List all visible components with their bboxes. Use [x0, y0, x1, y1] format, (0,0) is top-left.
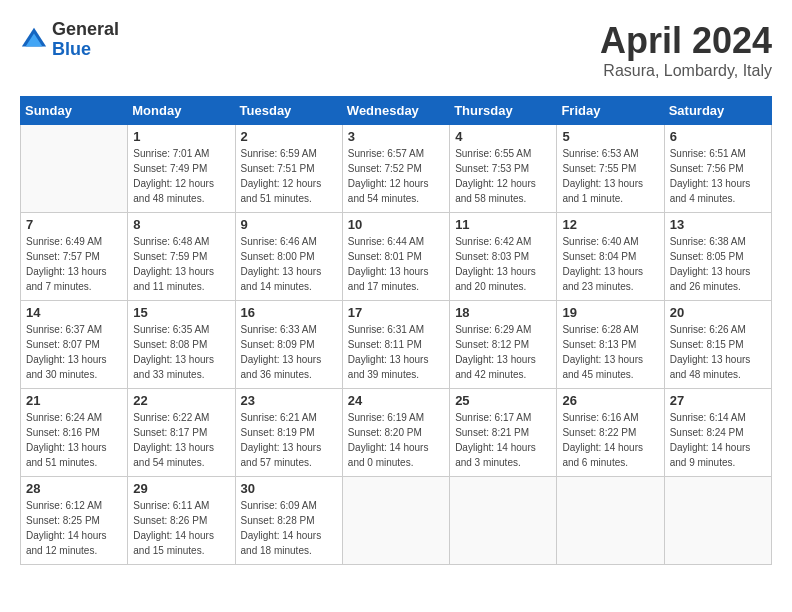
header-thursday: Thursday: [450, 97, 557, 125]
calendar-cell: 12Sunrise: 6:40 AMSunset: 8:04 PMDayligh…: [557, 213, 664, 301]
page-header: General Blue April 2024 Rasura, Lombardy…: [20, 20, 772, 80]
calendar-cell: 15Sunrise: 6:35 AMSunset: 8:08 PMDayligh…: [128, 301, 235, 389]
day-number: 20: [670, 305, 766, 320]
day-info: Sunrise: 6:26 AMSunset: 8:15 PMDaylight:…: [670, 322, 766, 382]
day-number: 5: [562, 129, 658, 144]
day-number: 30: [241, 481, 337, 496]
day-info: Sunrise: 6:48 AMSunset: 7:59 PMDaylight:…: [133, 234, 229, 294]
day-info: Sunrise: 6:16 AMSunset: 8:22 PMDaylight:…: [562, 410, 658, 470]
day-info: Sunrise: 6:59 AMSunset: 7:51 PMDaylight:…: [241, 146, 337, 206]
header-row: SundayMondayTuesdayWednesdayThursdayFrid…: [21, 97, 772, 125]
day-number: 8: [133, 217, 229, 232]
calendar-table: SundayMondayTuesdayWednesdayThursdayFrid…: [20, 96, 772, 565]
calendar-cell: 21Sunrise: 6:24 AMSunset: 8:16 PMDayligh…: [21, 389, 128, 477]
calendar-cell: 23Sunrise: 6:21 AMSunset: 8:19 PMDayligh…: [235, 389, 342, 477]
header-wednesday: Wednesday: [342, 97, 449, 125]
calendar-cell: 4Sunrise: 6:55 AMSunset: 7:53 PMDaylight…: [450, 125, 557, 213]
day-info: Sunrise: 6:46 AMSunset: 8:00 PMDaylight:…: [241, 234, 337, 294]
day-number: 12: [562, 217, 658, 232]
header-sunday: Sunday: [21, 97, 128, 125]
week-row-5: 28Sunrise: 6:12 AMSunset: 8:25 PMDayligh…: [21, 477, 772, 565]
logo-text: General Blue: [52, 20, 119, 60]
logo-icon: [20, 26, 48, 54]
day-number: 9: [241, 217, 337, 232]
day-number: 21: [26, 393, 122, 408]
title-block: April 2024 Rasura, Lombardy, Italy: [600, 20, 772, 80]
week-row-1: 1Sunrise: 7:01 AMSunset: 7:49 PMDaylight…: [21, 125, 772, 213]
day-info: Sunrise: 6:57 AMSunset: 7:52 PMDaylight:…: [348, 146, 444, 206]
day-info: Sunrise: 6:31 AMSunset: 8:11 PMDaylight:…: [348, 322, 444, 382]
calendar-cell: 10Sunrise: 6:44 AMSunset: 8:01 PMDayligh…: [342, 213, 449, 301]
day-info: Sunrise: 6:24 AMSunset: 8:16 PMDaylight:…: [26, 410, 122, 470]
header-monday: Monday: [128, 97, 235, 125]
day-number: 2: [241, 129, 337, 144]
day-info: Sunrise: 6:19 AMSunset: 8:20 PMDaylight:…: [348, 410, 444, 470]
day-number: 27: [670, 393, 766, 408]
calendar-cell: [450, 477, 557, 565]
calendar-cell: 20Sunrise: 6:26 AMSunset: 8:15 PMDayligh…: [664, 301, 771, 389]
week-row-4: 21Sunrise: 6:24 AMSunset: 8:16 PMDayligh…: [21, 389, 772, 477]
calendar-cell: 11Sunrise: 6:42 AMSunset: 8:03 PMDayligh…: [450, 213, 557, 301]
calendar-cell: [557, 477, 664, 565]
header-tuesday: Tuesday: [235, 97, 342, 125]
calendar-cell: 24Sunrise: 6:19 AMSunset: 8:20 PMDayligh…: [342, 389, 449, 477]
calendar-cell: 3Sunrise: 6:57 AMSunset: 7:52 PMDaylight…: [342, 125, 449, 213]
day-number: 11: [455, 217, 551, 232]
day-info: Sunrise: 6:09 AMSunset: 8:28 PMDaylight:…: [241, 498, 337, 558]
calendar-cell: 14Sunrise: 6:37 AMSunset: 8:07 PMDayligh…: [21, 301, 128, 389]
day-number: 17: [348, 305, 444, 320]
header-friday: Friday: [557, 97, 664, 125]
day-number: 3: [348, 129, 444, 144]
day-info: Sunrise: 6:53 AMSunset: 7:55 PMDaylight:…: [562, 146, 658, 206]
calendar-cell: 17Sunrise: 6:31 AMSunset: 8:11 PMDayligh…: [342, 301, 449, 389]
location-title: Rasura, Lombardy, Italy: [600, 62, 772, 80]
day-number: 7: [26, 217, 122, 232]
day-info: Sunrise: 7:01 AMSunset: 7:49 PMDaylight:…: [133, 146, 229, 206]
day-info: Sunrise: 6:28 AMSunset: 8:13 PMDaylight:…: [562, 322, 658, 382]
day-number: 29: [133, 481, 229, 496]
calendar-cell: 7Sunrise: 6:49 AMSunset: 7:57 PMDaylight…: [21, 213, 128, 301]
week-row-3: 14Sunrise: 6:37 AMSunset: 8:07 PMDayligh…: [21, 301, 772, 389]
day-info: Sunrise: 6:55 AMSunset: 7:53 PMDaylight:…: [455, 146, 551, 206]
week-row-2: 7Sunrise: 6:49 AMSunset: 7:57 PMDaylight…: [21, 213, 772, 301]
day-info: Sunrise: 6:42 AMSunset: 8:03 PMDaylight:…: [455, 234, 551, 294]
day-info: Sunrise: 6:29 AMSunset: 8:12 PMDaylight:…: [455, 322, 551, 382]
day-number: 18: [455, 305, 551, 320]
calendar-cell: [21, 125, 128, 213]
day-number: 28: [26, 481, 122, 496]
day-number: 25: [455, 393, 551, 408]
day-info: Sunrise: 6:33 AMSunset: 8:09 PMDaylight:…: [241, 322, 337, 382]
calendar-cell: 30Sunrise: 6:09 AMSunset: 8:28 PMDayligh…: [235, 477, 342, 565]
logo-general-text: General: [52, 20, 119, 40]
calendar-cell: 1Sunrise: 7:01 AMSunset: 7:49 PMDaylight…: [128, 125, 235, 213]
calendar-cell: 29Sunrise: 6:11 AMSunset: 8:26 PMDayligh…: [128, 477, 235, 565]
day-number: 13: [670, 217, 766, 232]
day-info: Sunrise: 6:17 AMSunset: 8:21 PMDaylight:…: [455, 410, 551, 470]
day-number: 15: [133, 305, 229, 320]
logo-blue-text: Blue: [52, 40, 119, 60]
calendar-cell: 9Sunrise: 6:46 AMSunset: 8:00 PMDaylight…: [235, 213, 342, 301]
day-info: Sunrise: 6:49 AMSunset: 7:57 PMDaylight:…: [26, 234, 122, 294]
day-number: 1: [133, 129, 229, 144]
calendar-cell: 6Sunrise: 6:51 AMSunset: 7:56 PMDaylight…: [664, 125, 771, 213]
calendar-cell: [664, 477, 771, 565]
calendar-cell: [342, 477, 449, 565]
day-number: 10: [348, 217, 444, 232]
calendar-cell: 16Sunrise: 6:33 AMSunset: 8:09 PMDayligh…: [235, 301, 342, 389]
day-number: 6: [670, 129, 766, 144]
calendar-cell: 19Sunrise: 6:28 AMSunset: 8:13 PMDayligh…: [557, 301, 664, 389]
day-info: Sunrise: 6:35 AMSunset: 8:08 PMDaylight:…: [133, 322, 229, 382]
calendar-cell: 2Sunrise: 6:59 AMSunset: 7:51 PMDaylight…: [235, 125, 342, 213]
day-info: Sunrise: 6:21 AMSunset: 8:19 PMDaylight:…: [241, 410, 337, 470]
header-saturday: Saturday: [664, 97, 771, 125]
day-info: Sunrise: 6:11 AMSunset: 8:26 PMDaylight:…: [133, 498, 229, 558]
day-number: 24: [348, 393, 444, 408]
day-number: 22: [133, 393, 229, 408]
calendar-cell: 8Sunrise: 6:48 AMSunset: 7:59 PMDaylight…: [128, 213, 235, 301]
calendar-cell: 22Sunrise: 6:22 AMSunset: 8:17 PMDayligh…: [128, 389, 235, 477]
day-info: Sunrise: 6:38 AMSunset: 8:05 PMDaylight:…: [670, 234, 766, 294]
calendar-cell: 25Sunrise: 6:17 AMSunset: 8:21 PMDayligh…: [450, 389, 557, 477]
day-number: 26: [562, 393, 658, 408]
calendar-cell: 27Sunrise: 6:14 AMSunset: 8:24 PMDayligh…: [664, 389, 771, 477]
calendar-cell: 28Sunrise: 6:12 AMSunset: 8:25 PMDayligh…: [21, 477, 128, 565]
